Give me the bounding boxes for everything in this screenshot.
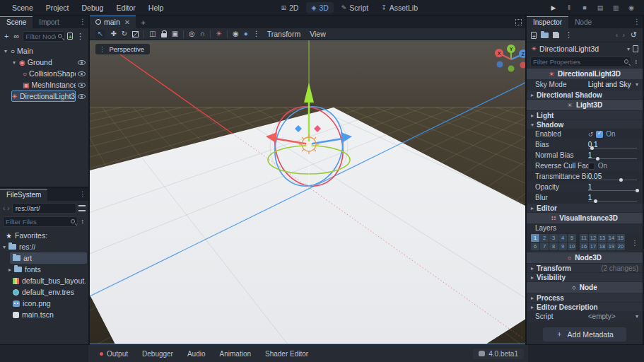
filter-properties-input[interactable]: Filter Properties [530,57,631,67]
lock-icon[interactable] [161,33,167,37]
fs-item-res[interactable]: ▾ res:// [0,241,88,252]
play-custom-scene-button[interactable]: ▥ [611,4,620,11]
sky-mode-dropdown[interactable]: Light and Sky ▾ [588,81,638,88]
fs-item-art[interactable]: art [0,252,88,264]
play-scene-button[interactable]: ▤ [596,4,604,11]
category-visualinstance3d[interactable]: ∷ VisualInstance3D [527,213,643,223]
local-space-icon[interactable]: ◎ [189,30,195,37]
layer-cell-11[interactable]: 11 [580,234,588,242]
section-process[interactable]: ▸ Process [527,293,643,302]
layer-cell-18[interactable]: 18 [598,243,607,250]
3d-viewport[interactable]: X Y Z ⋮ Perspective [90,40,525,344]
layer-cell-20[interactable]: 20 [616,243,625,250]
fs-split-mode-icon[interactable] [78,205,86,211]
load-resource-icon[interactable] [541,33,549,38]
category-node[interactable]: ○ Node [527,282,643,293]
layers-menu-icon[interactable]: ⋮ [631,238,639,247]
fs-path[interactable]: res://art/ [12,203,76,214]
select-box-icon[interactable]: ◫ [149,30,156,37]
camera-override-icon[interactable]: ◉ [233,30,239,37]
mode-3d-button[interactable]: ◈3D [306,2,333,13]
fs-item-icon-png[interactable]: icon.png [0,298,88,309]
save-resource-icon[interactable] [553,32,559,38]
tab-inspector[interactable]: Inspector [527,16,568,28]
perspective-button[interactable]: ⋮ Perspective [95,44,150,54]
tab-node[interactable]: Node [568,17,598,28]
instance-scene-icon[interactable]: ∞ [12,32,21,40]
inspector-menu-icon[interactable]: ⋮ [633,18,640,25]
layer-cell-1[interactable]: 1 [531,234,539,242]
layer-cell-8[interactable]: 8 [549,243,558,250]
layer-cell-4[interactable]: 4 [558,234,567,242]
resource-menu-icon[interactable]: ⋮ [563,30,574,40]
transmittance-bias-slider[interactable]: 0.05 [588,173,638,180]
layer-cell-9[interactable]: 9 [558,243,567,250]
tree-node-collisionshape[interactable]: ○ CollisionShape3d [0,68,88,79]
scene-tree-menu-icon[interactable]: ⋮ [75,32,86,41]
menu-scene[interactable]: Scene [6,1,40,14]
mode-script-button[interactable]: ✎Script [336,2,373,13]
section-shadow[interactable]: ▾ Shadow [527,119,643,129]
opacity-slider[interactable]: 1 [588,183,638,191]
script-dropdown[interactable]: <empty> ▾ [588,313,638,320]
layer-cell-2[interactable]: 2 [540,234,549,242]
normal-bias-slider[interactable]: 1 [588,151,638,159]
select-mode-icon[interactable]: ↖ [95,30,105,38]
fs-forward-button[interactable]: › [7,204,9,212]
tab-import[interactable]: Import [33,17,65,28]
layer-cell-3[interactable]: 3 [549,234,558,242]
fs-item-bus-layout[interactable]: default_bus_layout.tres [0,275,88,286]
filter-files-input[interactable]: Filter Files [3,216,78,227]
tree-node-directionallight[interactable]: ☀ DirectionalLight3d [0,90,88,102]
snap-icon[interactable]: ∩ [200,30,205,37]
history-forward-icon[interactable]: › [622,31,624,39]
animation-button[interactable]: Animation [214,348,257,360]
layer-cell-17[interactable]: 17 [589,243,597,250]
property-filter-icon[interactable]: ↕ [633,58,640,65]
preview-sun-icon[interactable]: ☀ [216,30,222,37]
collapse-icon[interactable]: ▾ [11,59,17,66]
edited-node-name[interactable]: DirectionalLight3d [539,45,624,53]
tree-node-meshinstance[interactable]: ▣ MeshInstance3d [0,79,88,90]
section-transform[interactable]: ▸ Transform (2 changes) [527,263,643,272]
open-docs-icon[interactable] [633,45,638,52]
play-button[interactable]: ▶ [549,4,558,11]
layer-cell-16[interactable]: 16 [580,243,588,250]
menu-editor[interactable]: Editor [110,1,141,14]
menu-debug[interactable]: Debug [75,1,110,14]
viewport-more-icon[interactable]: ⋮ [253,30,260,37]
transform-menu[interactable]: Transform [265,30,303,38]
fs-favorites[interactable]: ★ Favorites: [0,230,88,241]
shader-editor-button[interactable]: Shader Editor [259,348,314,360]
reverse-cull-checkbox[interactable] [588,163,595,170]
section-directional-shadow[interactable]: ▸ Directional Shadow [527,90,643,99]
layer-cell-12[interactable]: 12 [589,234,597,242]
preview-environment-icon[interactable]: ● [244,30,248,37]
filesystem-menu-icon[interactable]: ⋮ [79,190,86,198]
rotate-mode-icon[interactable]: ↻ [122,30,127,37]
mode-assetlib-button[interactable]: ↧AssetLib [376,2,423,13]
attach-script-button[interactable] [67,33,73,40]
layer-cell-19[interactable]: 19 [607,243,616,250]
visibility-toggle[interactable] [78,60,86,65]
visibility-toggle[interactable] [78,71,86,76]
collapse-icon[interactable]: ▾ [3,48,8,54]
menu-project[interactable]: Project [40,1,76,14]
expand-icon[interactable]: ▸ [8,267,11,273]
fs-sort-icon[interactable]: ↕ [80,218,86,225]
menu-help[interactable]: Help [142,1,170,14]
visibility-toggle[interactable] [78,83,86,88]
history-icon[interactable]: ↺ [629,30,638,40]
layer-cell-7[interactable]: 7 [540,243,549,250]
fs-item-fonts[interactable]: ▸ fonts [0,264,88,275]
scene-tab-main[interactable]: main ✕ [90,16,136,28]
fs-item-default-env[interactable]: default_env.tres [0,286,88,298]
scale-mode-icon[interactable] [132,31,139,37]
new-resource-icon[interactable] [531,32,537,39]
new-scene-tab-button[interactable]: + [136,18,150,28]
collapse-icon[interactable]: ▾ [3,244,6,250]
layer-cell-15[interactable]: 15 [616,234,625,242]
add-node-button[interactable]: + [3,32,10,40]
stop-button[interactable]: ■ [580,4,589,11]
add-metadata-button[interactable]: ＋ Add Metadata [543,327,626,341]
